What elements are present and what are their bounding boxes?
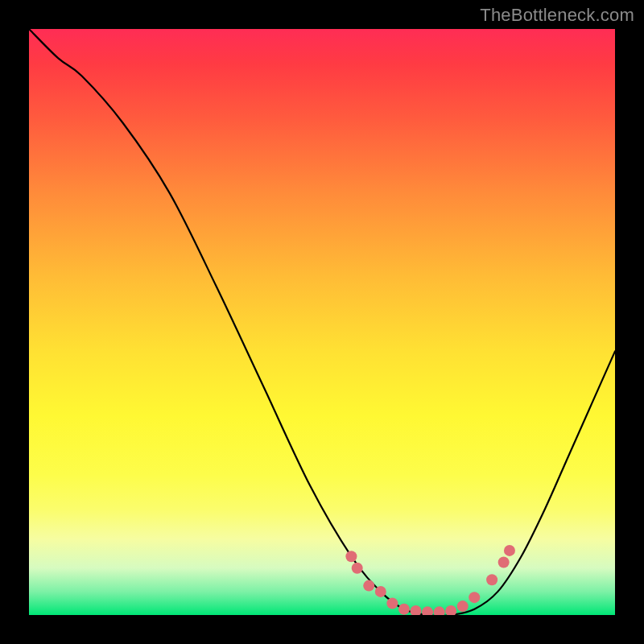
dot-marker: [398, 604, 410, 615]
dot-marker: [375, 586, 386, 597]
dot-marker: [486, 574, 497, 585]
dot-marker: [469, 592, 480, 603]
dot-marker: [422, 606, 433, 615]
dot-marker: [345, 551, 357, 562]
outer-frame: TheBottleneck.com: [0, 0, 644, 644]
dot-marker: [386, 597, 398, 609]
dot-marker: [457, 601, 469, 612]
dot-marker: [352, 563, 363, 574]
watermark-text: TheBottleneck.com: [480, 5, 634, 26]
dot-marker: [498, 556, 510, 568]
plot-area: [29, 29, 615, 615]
bottleneck-curve-svg: [29, 29, 615, 615]
dot-marker: [363, 580, 374, 592]
dot-marker: [504, 545, 515, 556]
dot-markers: [345, 545, 515, 615]
dot-marker: [434, 606, 445, 615]
dot-marker: [445, 605, 456, 615]
bottleneck-curve: [29, 29, 615, 615]
dot-marker: [410, 605, 421, 615]
